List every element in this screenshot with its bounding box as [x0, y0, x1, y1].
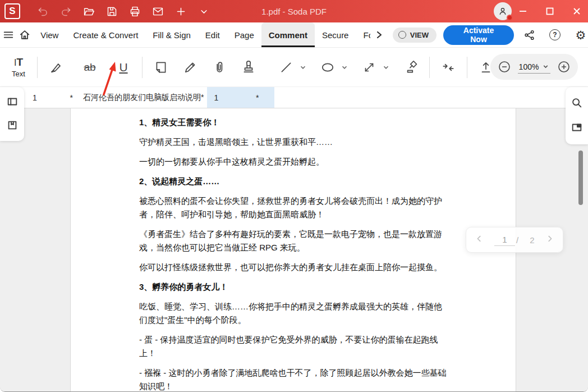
menu-item-page[interactable]: Page — [227, 22, 261, 47]
menu-overflow-chevron-icon[interactable] — [370, 22, 388, 47]
pencil-tool-icon[interactable] — [177, 52, 203, 83]
menu-item-secure[interactable]: Secure — [315, 22, 356, 47]
menu-item-forms-clipped[interactable]: Fo — [356, 22, 370, 47]
sticky-note-tool-icon[interactable] — [148, 52, 174, 83]
minimize-button[interactable] — [515, 3, 531, 19]
print-icon[interactable] — [128, 4, 141, 18]
divider — [467, 57, 467, 78]
next-page-icon[interactable] — [546, 235, 554, 245]
collapse-arrows-tool-icon[interactable] — [435, 52, 461, 83]
menu-bar: View Create & Convert Fill & Sign Edit P… — [0, 22, 588, 48]
doc-paragraph: 一切的一切都要从你手中这枚精灵之蛋开始孵起。 — [139, 155, 449, 168]
soda-pdf-window: S — [0, 0, 588, 392]
doc-heading: 3、孵养你的勇者女儿！ — [139, 280, 449, 294]
undo-icon[interactable] — [36, 4, 49, 18]
title-bar: S — [0, 0, 588, 22]
previous-page-icon[interactable] — [475, 235, 483, 245]
tab-label: 1 — [33, 93, 37, 102]
comment-toolbar: IT Text ab U — [0, 48, 588, 87]
zoom-in-icon[interactable] — [557, 60, 571, 74]
pdf-page[interactable]: 1、精灵女王需要你！ 守护精灵王国，击退黑暗领主，让世界重获和平…… 一切的一切… — [70, 108, 516, 391]
doc-paragraph: 吃饭、睡觉、学习、训练……你将把手中的精灵之蛋孵养成最强大的英雄，伴随他们度过"… — [139, 300, 449, 327]
view-toggle-circle-icon — [398, 31, 406, 39]
add-icon[interactable] — [174, 4, 187, 18]
doc-heading: 2、说起精灵之蛋…… — [139, 175, 449, 188]
page-navigator: 1 / 2 — [466, 227, 563, 253]
tab-modified-indicator: * — [256, 93, 259, 102]
view-toggle-label: VIEW — [410, 31, 429, 39]
doc-paragraph: 被悉心照料的蛋不会让你失望，拯救世界的勇者女儿将会破壳而出！成为她的守护者，陪伴… — [139, 194, 449, 221]
user-avatar[interactable] — [494, 2, 512, 20]
left-panel-toolbar — [0, 87, 24, 141]
share-icon[interactable] — [522, 28, 536, 42]
document-tab-active[interactable]: 1 * — [207, 87, 274, 108]
menu-item-view[interactable]: View — [33, 22, 66, 47]
text-comment-tool[interactable]: IT Text — [6, 52, 31, 83]
attachment-tool-icon[interactable] — [206, 52, 232, 83]
divider — [429, 57, 430, 78]
underline-tool-icon[interactable]: U — [111, 52, 136, 83]
redo-icon[interactable] — [59, 4, 72, 18]
strikethrough-tool-icon[interactable]: ab — [77, 52, 103, 83]
zoom-level-dropdown[interactable]: 100% — [518, 61, 551, 74]
help-icon[interactable]: ? — [548, 28, 562, 42]
total-pages: 2 — [530, 235, 534, 245]
view-mode-toggle[interactable]: VIEW — [393, 28, 437, 43]
page-thumbnails-icon[interactable] — [566, 116, 588, 139]
page-separator: / — [516, 235, 518, 245]
document-tab-bar: 1 * 石河伦吾的朋友们电脑版启动说明* 1 * — [0, 87, 588, 108]
vertical-scrollbar-thumb[interactable] — [578, 151, 583, 205]
save-icon[interactable] — [105, 4, 118, 18]
notification-badge — [507, 15, 513, 21]
side-panel-toggle-icon[interactable] — [1, 90, 24, 113]
line-tool-dropdown-icon[interactable] — [299, 63, 307, 71]
tab-label: 石河伦吾的朋友们电脑版启动说明* — [83, 93, 204, 103]
hamburger-menu-icon[interactable] — [0, 22, 17, 47]
menu-item-create-convert[interactable]: Create & Convert — [66, 22, 145, 47]
menu-item-fill-sign[interactable]: Fill & Sign — [145, 22, 198, 47]
stamp-tool-icon[interactable] — [236, 52, 261, 83]
doc-paragraph: 《勇者蛋生》结合了多种有趣好玩的要素，它既是一款电子宠物，也是一款放置游戏，当然… — [139, 227, 449, 254]
doc-paragraph: - 襁褓 - 这时的小勇者除了满地乱爬啥也干不了，除了照顾起居以外教会她一些基础… — [139, 366, 449, 391]
app-logo: S — [4, 3, 20, 19]
zoom-out-icon[interactable] — [497, 60, 512, 74]
home-icon[interactable] — [17, 22, 34, 47]
search-icon[interactable] — [566, 92, 588, 114]
settings-gear-icon[interactable]: ⚙ — [573, 28, 588, 42]
doc-paragraph: - 蛋 - 保持温度适宜的同时也要保护它免受外界的威胁，不要让你的蛋输在起跑线上… — [139, 333, 449, 360]
menu-item-comment[interactable]: Comment — [261, 22, 315, 47]
current-page-input[interactable]: 1 — [494, 234, 514, 246]
toolbar-expand-chevron-icon[interactable] — [197, 4, 210, 18]
zoom-control: 100% — [490, 54, 578, 80]
tab-modified-indicator: * — [70, 93, 73, 102]
maximize-button[interactable] — [542, 3, 558, 19]
email-icon[interactable] — [151, 4, 164, 18]
document-text: 1、精灵女王需要你！ 守护精灵王国，击退黑暗领主，让世界重获和平…… 一切的一切… — [71, 108, 516, 391]
ellipse-tool-dropdown-icon[interactable] — [341, 63, 348, 71]
document-tab[interactable]: 石河伦吾的朋友们电脑版启动说明* — [80, 87, 207, 108]
ellipse-tool-icon[interactable] — [315, 52, 341, 83]
bookmarks-panel-icon[interactable] — [1, 114, 24, 136]
doc-paragraph: 你可以打怪练级拯救世界，也可以把你养大的勇者女儿挂在桌面上陪你一起摸鱼。 — [139, 261, 449, 274]
doc-heading: 1、精灵女王需要你！ — [139, 116, 449, 129]
document-tab[interactable]: 1 * — [26, 87, 80, 108]
close-button[interactable] — [569, 3, 585, 19]
menu-item-edit[interactable]: Edit — [198, 22, 227, 47]
measure-arrow-tool-icon[interactable] — [356, 52, 382, 83]
eraser-tool-icon[interactable] — [398, 52, 424, 83]
zoom-level-value: 100% — [519, 62, 539, 71]
divider — [37, 57, 38, 78]
activate-now-button[interactable]: Activate Now — [443, 25, 514, 45]
doc-paragraph: 守护精灵王国，击退黑暗领主，让世界重获和平…… — [139, 135, 449, 149]
divider — [142, 57, 143, 78]
text-tool-label: Text — [12, 70, 25, 78]
measure-tool-dropdown-icon[interactable] — [382, 63, 390, 71]
tab-label: 1 — [214, 93, 218, 102]
open-file-icon[interactable] — [82, 4, 95, 18]
right-panel-toolbar — [566, 87, 588, 144]
highlight-tool-icon[interactable] — [43, 52, 69, 83]
line-tool-icon[interactable] — [273, 52, 299, 83]
